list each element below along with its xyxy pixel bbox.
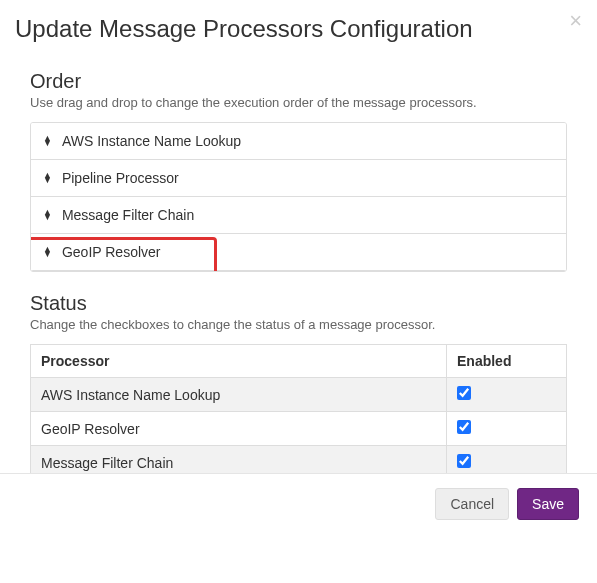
table-row: GeoIP Resolver [31,412,567,446]
modal: Update Message Processors Configuration … [0,0,597,534]
close-icon[interactable]: × [569,10,582,32]
sort-icon: ▲▼ [43,247,52,257]
order-item-label: AWS Instance Name Lookup [62,133,241,149]
modal-footer: Cancel Save [0,473,597,534]
order-item[interactable]: ▲▼ AWS Instance Name Lookup [31,123,566,160]
enabled-checkbox[interactable] [457,386,471,400]
sort-icon: ▲▼ [43,210,52,220]
order-section-title: Order [30,70,567,93]
processor-name-cell: AWS Instance Name Lookup [31,378,447,412]
enabled-cell [447,412,567,446]
order-item-label: GeoIP Resolver [62,244,161,260]
order-item-label: Message Filter Chain [62,207,194,223]
processor-name-cell: GeoIP Resolver [31,412,447,446]
sort-icon: ▲▼ [43,136,52,146]
status-section-description: Change the checkboxes to change the stat… [30,317,567,332]
sort-icon: ▲▼ [43,173,52,183]
order-item[interactable]: ▲▼ Message Filter Chain [31,197,566,234]
modal-body: Order Use drag and drop to change the ex… [0,53,597,534]
order-item-label: Pipeline Processor [62,170,179,186]
modal-header: Update Message Processors Configuration … [0,0,597,53]
order-item[interactable]: ▲▼ Pipeline Processor [31,160,566,197]
table-header-row: Processor Enabled [31,345,567,378]
enabled-checkbox[interactable] [457,420,471,434]
col-header-enabled: Enabled [447,345,567,378]
cancel-button[interactable]: Cancel [435,488,509,520]
enabled-cell [447,378,567,412]
col-header-processor: Processor [31,345,447,378]
order-list: ▲▼ AWS Instance Name Lookup ▲▼ Pipeline … [30,122,567,272]
enabled-checkbox[interactable] [457,454,471,468]
status-section-title: Status [30,292,567,315]
save-button[interactable]: Save [517,488,579,520]
table-row: AWS Instance Name Lookup [31,378,567,412]
modal-title: Update Message Processors Configuration [15,15,582,43]
order-section-description: Use drag and drop to change the executio… [30,95,567,110]
order-item[interactable]: ▲▼ GeoIP Resolver [31,234,566,271]
